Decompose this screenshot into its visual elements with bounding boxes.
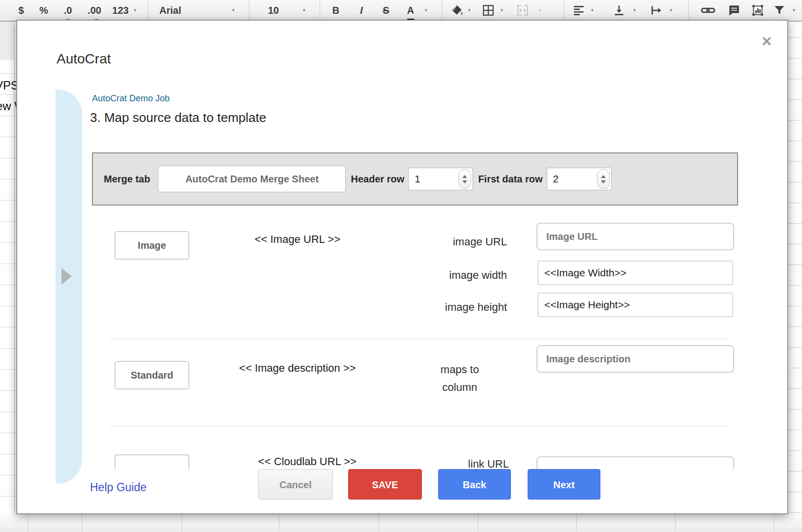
dropdown-arrow-icon: ▼	[590, 7, 594, 14]
spreadsheet-bottom-strip	[0, 514, 802, 532]
dropdown-arrow-icon: ▼	[500, 7, 504, 14]
toolbar-divider	[564, 0, 564, 21]
row-divider	[110, 426, 726, 427]
text-color-button[interactable]: A	[402, 0, 419, 21]
format-currency-button[interactable]: $	[13, 0, 30, 21]
increase-decimals-button[interactable]: .00 →	[82, 0, 107, 21]
template-tag-image-description: << Image description >>	[219, 362, 376, 375]
first-data-row-label: First data row	[478, 174, 542, 185]
insert-chart-icon[interactable]	[751, 4, 764, 17]
chevron-down-icon[interactable]	[601, 180, 606, 183]
row-divider	[110, 338, 726, 339]
header-row-label: Header row	[351, 174, 404, 185]
save-button[interactable]: SAVE	[348, 469, 422, 500]
gridline	[0, 529, 802, 530]
horizontal-align-icon[interactable]	[572, 4, 585, 17]
template-tag-cloudlab-url: << Cloudlab URL >>	[229, 455, 386, 468]
next-button[interactable]: Next	[528, 469, 600, 500]
tag-type-empty	[115, 454, 189, 469]
image-url-label: image URL	[404, 233, 507, 251]
chevron-up-icon[interactable]	[462, 175, 467, 178]
job-name-link[interactable]: AutoCrat Demo Job	[92, 93, 170, 104]
screen: VPS ew W $ % .0 ← .00 → 123 ▼ Arial ▼	[0, 0, 802, 532]
insert-comment-icon[interactable]	[728, 4, 741, 17]
text-color-label: A	[407, 4, 414, 22]
font-family-select[interactable]: Arial	[159, 0, 199, 21]
step-title: 3. Map source data to template	[90, 110, 266, 125]
merge-tab-label: Merge tab	[104, 174, 150, 185]
image-width-input[interactable]: <<Image Width>>	[537, 261, 733, 285]
close-icon[interactable]: ×	[762, 32, 772, 49]
fill-color-icon[interactable]	[450, 4, 463, 17]
dropdown-arrow-icon: ▼	[538, 7, 542, 14]
help-guide-link[interactable]: Help Guide	[90, 481, 147, 494]
dropdown-arrow-icon: ▼	[302, 7, 306, 14]
dropdown-arrow-icon: ▼	[792, 7, 796, 14]
column-line: column	[411, 379, 509, 396]
dropdown-arrow-icon: ▼	[669, 7, 673, 14]
dropdown-arrow-icon: ▼	[467, 7, 472, 14]
first-data-row-value[interactable]: 2	[547, 174, 597, 185]
link-url-select[interactable]	[536, 456, 734, 469]
clipped-mapping-row: << Cloudlab URL >> link URL	[17, 443, 787, 469]
first-data-row-stepper[interactable]: 2	[547, 168, 612, 190]
bold-button[interactable]: B	[327, 0, 344, 21]
spreadsheet-left-strip: VPS ew W	[0, 21, 17, 514]
maps-to-line: maps to	[411, 361, 509, 379]
stepper-buttons[interactable]	[597, 169, 610, 189]
dropdown-arrow-icon: ▼	[424, 7, 428, 14]
dropdown-arrow-icon: ▼	[133, 7, 137, 14]
header-row-value[interactable]: 1	[409, 174, 458, 185]
expand-arrow-icon[interactable]	[61, 268, 72, 285]
format-percent-button[interactable]: %	[35, 0, 52, 21]
dialog-title: AutoCrat	[57, 51, 111, 67]
spreadsheet-header-cell	[0, 21, 14, 60]
filter-icon[interactable]	[773, 4, 786, 17]
toolbar-divider	[688, 0, 689, 21]
link-url-label: link URL	[411, 455, 509, 469]
merge-settings-bar: Merge tab AutoCrat Demo Merge Sheet Head…	[92, 152, 738, 206]
back-button[interactable]: Back	[438, 469, 511, 500]
chevron-up-icon[interactable]	[601, 175, 606, 178]
insert-link-icon[interactable]	[700, 4, 716, 17]
spreadsheet-right-strip	[788, 21, 802, 514]
merge-cells-icon[interactable]	[516, 4, 529, 17]
more-formats-button[interactable]: 123	[109, 0, 132, 21]
vertical-align-icon[interactable]	[613, 4, 625, 17]
italic-button[interactable]: I	[353, 0, 370, 21]
template-tag-image-url: << Image URL >>	[214, 233, 381, 246]
gridline	[14, 21, 15, 514]
sheets-toolbar: $ % .0 ← .00 → 123 ▼ Arial ▼ 10 ▼ B I S …	[0, 0, 802, 22]
toolbar-divider	[148, 0, 148, 21]
toolbar-divider	[249, 0, 249, 21]
autocrat-dialog: × AutoCrat AutoCrat Demo Job 3. Map sour…	[16, 20, 788, 514]
image-url-select[interactable]: Image URL	[536, 223, 734, 250]
maps-to-column-label: maps to column	[411, 361, 509, 396]
chevron-down-icon[interactable]	[462, 180, 467, 183]
collapsed-side-panel[interactable]	[56, 89, 82, 484]
text-wrap-icon[interactable]	[650, 4, 663, 17]
stepper-buttons[interactable]	[458, 169, 471, 189]
dropdown-arrow-icon: ▼	[632, 7, 637, 14]
header-row-stepper[interactable]: 1	[408, 168, 473, 190]
image-width-label: image width	[404, 266, 507, 284]
font-size-select[interactable]: 10	[264, 0, 283, 21]
tag-type-image: Image	[115, 231, 189, 260]
cancel-button[interactable]: Cancel	[258, 469, 333, 500]
strikethrough-button[interactable]: S	[378, 0, 394, 21]
dropdown-arrow-icon: ▼	[231, 7, 236, 14]
merge-tab-select[interactable]: AutoCrat Demo Merge Sheet	[158, 166, 346, 192]
image-description-select[interactable]: Image description	[536, 345, 734, 373]
borders-icon[interactable]	[482, 4, 495, 17]
tag-type-standard: Standard	[115, 361, 189, 389]
image-height-input[interactable]: <<Image Height>>	[537, 293, 733, 317]
image-height-label: image height	[404, 298, 507, 316]
decrease-decimals-button[interactable]: .0 ←	[57, 0, 79, 21]
toolbar-divider	[442, 0, 442, 21]
toolbar-divider	[320, 0, 320, 21]
